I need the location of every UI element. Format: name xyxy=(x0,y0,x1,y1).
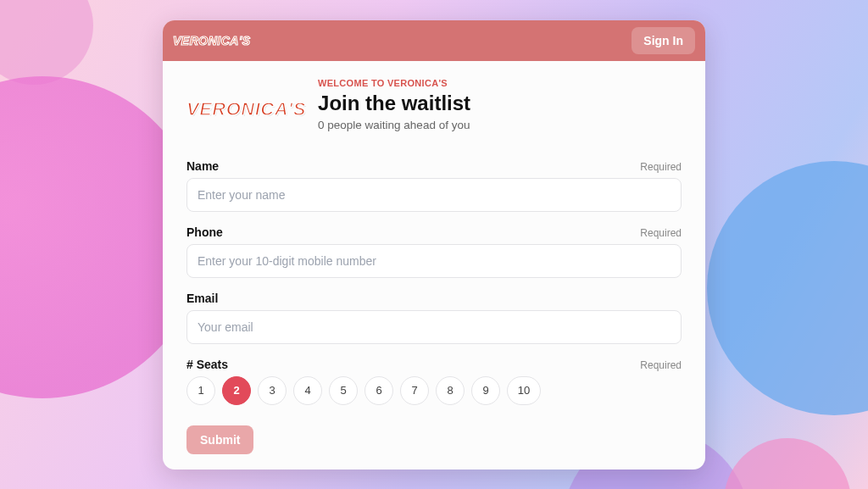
seat-option-2[interactable]: 2 xyxy=(222,376,251,405)
seat-option-7[interactable]: 7 xyxy=(400,376,429,405)
name-required: Required xyxy=(640,161,682,173)
hero-kicker: WELCOME TO VERONICA'S xyxy=(318,78,470,88)
seat-option-9[interactable]: 9 xyxy=(471,376,500,405)
email-label: Email xyxy=(186,292,218,305)
field-phone: Phone Required xyxy=(186,225,682,278)
waitlist-card: VERONICA'S Sign In VERONICA'S WELCOME TO… xyxy=(163,20,705,470)
seat-option-1[interactable]: 1 xyxy=(186,376,215,405)
seat-option-6[interactable]: 6 xyxy=(364,376,393,405)
phone-input[interactable] xyxy=(186,244,682,278)
field-name: Name Required xyxy=(186,159,682,212)
seat-option-10[interactable]: 10 xyxy=(507,376,541,405)
seat-option-8[interactable]: 8 xyxy=(436,376,465,405)
page-background: VERONICA'S Sign In VERONICA'S WELCOME TO… xyxy=(0,0,868,489)
name-label: Name xyxy=(186,159,219,173)
phone-required: Required xyxy=(640,227,682,239)
phone-label: Phone xyxy=(186,225,223,239)
name-input[interactable] xyxy=(186,178,682,212)
brand-logo-text: VERONICA'S xyxy=(186,98,306,120)
hero: VERONICA'S WELCOME TO VERONICA'S Join th… xyxy=(186,78,682,141)
seat-option-4[interactable]: 4 xyxy=(293,376,322,405)
email-input[interactable] xyxy=(186,310,682,344)
hero-subtitle: 0 people waiting ahead of you xyxy=(318,119,470,131)
seats-option-row: 12345678910 xyxy=(186,376,682,405)
page-title: Join the waitlist xyxy=(318,92,470,115)
brand-logo-small: VERONICA'S xyxy=(173,34,251,47)
seats-required: Required xyxy=(640,359,682,371)
bg-circle xyxy=(0,0,93,85)
field-seats: # Seats Required 12345678910 xyxy=(186,358,682,405)
seat-option-5[interactable]: 5 xyxy=(329,376,358,405)
bg-circle xyxy=(724,438,851,489)
seats-label: # Seats xyxy=(186,358,228,371)
card-header: VERONICA'S Sign In xyxy=(163,20,705,61)
bg-circle xyxy=(707,161,868,415)
submit-button[interactable]: Submit xyxy=(186,425,253,454)
seat-option-3[interactable]: 3 xyxy=(258,376,287,405)
field-email: Email xyxy=(186,292,682,344)
card-body: VERONICA'S WELCOME TO VERONICA'S Join th… xyxy=(163,61,705,470)
sign-in-button[interactable]: Sign In xyxy=(632,27,695,54)
brand-logo: VERONICA'S xyxy=(186,78,306,141)
